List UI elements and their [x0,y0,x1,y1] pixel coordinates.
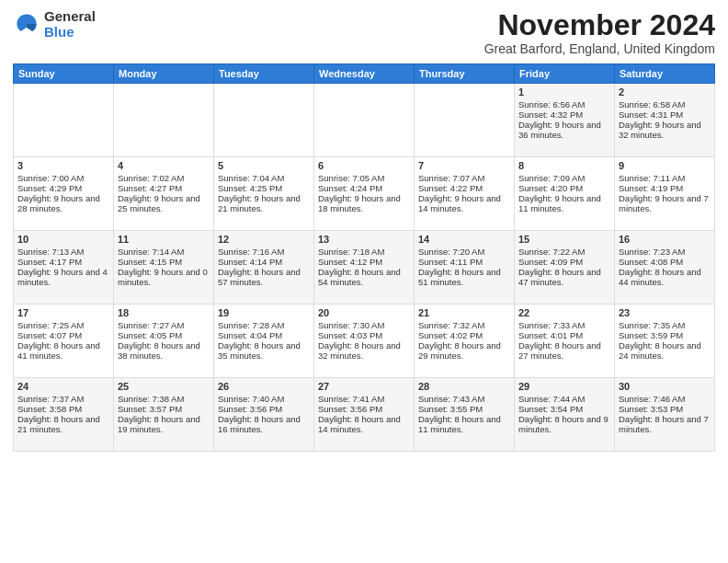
calendar-cell [214,84,314,157]
calendar-cell: 29Sunrise: 7:44 AMSunset: 3:54 PMDayligh… [515,378,615,452]
calendar-cell: 15Sunrise: 7:22 AMSunset: 4:09 PMDayligh… [515,231,615,304]
sunrise-text: Sunrise: 7:22 AM [518,247,585,257]
sunrise-text: Sunrise: 7:13 AM [17,247,84,257]
sunset-text: Sunset: 3:53 PM [619,404,683,414]
calendar-week-3: 17Sunrise: 7:25 AMSunset: 4:07 PMDayligh… [14,304,715,378]
sunset-text: Sunset: 4:27 PM [118,183,182,193]
sunrise-text: Sunrise: 7:32 AM [418,320,484,330]
daylight-text: Daylight: 9 hours and 21 minutes. [218,193,301,213]
daylight-text: Daylight: 8 hours and 32 minutes. [318,340,401,361]
header-thursday: Thursday [415,64,515,84]
sunrise-text: Sunrise: 7:18 AM [318,247,384,257]
day-number: 21 [418,307,510,318]
daylight-text: Daylight: 9 hours and 7 minutes. [619,193,709,213]
daylight-text: Daylight: 8 hours and 11 minutes. [418,414,501,434]
sunrise-text: Sunrise: 7:00 AM [17,173,84,183]
day-number: 23 [619,307,711,318]
sunset-text: Sunset: 4:19 PM [619,183,683,193]
daylight-text: Daylight: 8 hours and 54 minutes. [318,267,401,287]
day-number: 26 [218,381,310,392]
daylight-text: Daylight: 8 hours and 9 minutes. [518,414,609,434]
calendar-cell: 21Sunrise: 7:32 AMSunset: 4:02 PMDayligh… [415,304,515,378]
day-number: 12 [218,234,310,245]
calendar-cell: 1Sunrise: 6:56 AMSunset: 4:32 PMDaylight… [515,84,615,157]
header-sunday: Sunday [14,64,114,84]
calendar-cell: 18Sunrise: 7:27 AMSunset: 4:05 PMDayligh… [114,304,214,378]
calendar-cell: 13Sunrise: 7:18 AMSunset: 4:12 PMDayligh… [314,231,415,304]
sunrise-text: Sunrise: 7:38 AM [118,394,184,404]
sunrise-text: Sunrise: 7:09 AM [518,173,585,183]
calendar-cell: 30Sunrise: 7:46 AMSunset: 3:53 PMDayligh… [615,378,715,452]
daylight-text: Daylight: 8 hours and 51 minutes. [418,267,501,287]
daylight-text: Daylight: 9 hours and 0 minutes. [118,267,208,287]
sunrise-text: Sunrise: 7:20 AM [418,247,484,257]
sunset-text: Sunset: 3:55 PM [418,404,483,414]
sunset-text: Sunset: 3:54 PM [518,404,583,414]
day-number: 29 [518,381,610,392]
sunset-text: Sunset: 4:01 PM [518,330,583,340]
day-number: 6 [318,160,410,171]
header-wednesday: Wednesday [314,64,415,84]
calendar-cell: 6Sunrise: 7:05 AMSunset: 4:24 PMDaylight… [314,157,415,231]
daylight-text: Daylight: 8 hours and 35 minutes. [218,340,301,361]
calendar-cell: 12Sunrise: 7:16 AMSunset: 4:14 PMDayligh… [214,231,314,304]
title-block: November 2024 Great Barford, England, Un… [484,9,715,56]
sunset-text: Sunset: 3:56 PM [218,404,282,414]
calendar-cell: 11Sunrise: 7:14 AMSunset: 4:15 PMDayligh… [114,231,214,304]
sunrise-text: Sunrise: 7:25 AM [17,320,84,330]
daylight-text: Daylight: 9 hours and 14 minutes. [418,193,501,213]
calendar-cell: 26Sunrise: 7:40 AMSunset: 3:56 PMDayligh… [214,378,314,452]
sunset-text: Sunset: 4:08 PM [619,257,683,267]
logo-blue-text: Blue [44,25,96,40]
calendar-cell: 28Sunrise: 7:43 AMSunset: 3:55 PMDayligh… [415,378,515,452]
day-number: 19 [218,307,310,318]
sunrise-text: Sunrise: 7:33 AM [518,320,585,330]
calendar-cell: 7Sunrise: 7:07 AMSunset: 4:22 PMDaylight… [415,157,515,231]
daylight-text: Daylight: 9 hours and 28 minutes. [17,193,100,213]
sunrise-text: Sunrise: 7:04 AM [218,173,284,183]
day-number: 5 [218,160,310,171]
sunset-text: Sunset: 4:31 PM [619,109,683,120]
sunrise-text: Sunrise: 7:43 AM [418,394,484,404]
calendar-cell [14,84,114,157]
day-number: 18 [118,307,210,318]
day-number: 25 [118,381,210,392]
calendar-cell: 19Sunrise: 7:28 AMSunset: 4:04 PMDayligh… [214,304,314,378]
sunset-text: Sunset: 4:17 PM [17,257,82,267]
calendar-cell [415,84,515,157]
calendar-cell: 14Sunrise: 7:20 AMSunset: 4:11 PMDayligh… [415,231,515,304]
calendar-cell [314,84,415,157]
calendar-cell: 25Sunrise: 7:38 AMSunset: 3:57 PMDayligh… [114,378,214,452]
day-number: 9 [619,160,711,171]
sunrise-text: Sunrise: 7:07 AM [418,173,484,183]
calendar-cell: 5Sunrise: 7:04 AMSunset: 4:25 PMDaylight… [214,157,314,231]
day-number: 27 [318,381,410,392]
sunset-text: Sunset: 4:09 PM [518,257,583,267]
sunset-text: Sunset: 3:58 PM [17,404,82,414]
sunset-text: Sunset: 4:22 PM [418,183,483,193]
header-tuesday: Tuesday [214,64,314,84]
day-number: 17 [17,307,109,318]
day-number: 4 [118,160,210,171]
calendar-table: Sunday Monday Tuesday Wednesday Thursday… [13,63,715,452]
sunrise-text: Sunrise: 7:02 AM [118,173,184,183]
sunset-text: Sunset: 4:04 PM [218,330,282,340]
day-number: 14 [418,234,510,245]
calendar-cell: 10Sunrise: 7:13 AMSunset: 4:17 PMDayligh… [14,231,114,304]
daylight-text: Daylight: 8 hours and 27 minutes. [518,340,601,361]
daylight-text: Daylight: 8 hours and 24 minutes. [619,340,701,361]
sunset-text: Sunset: 4:15 PM [118,257,182,267]
calendar-cell: 8Sunrise: 7:09 AMSunset: 4:20 PMDaylight… [515,157,615,231]
logo-icon [13,11,40,39]
day-number: 24 [17,381,109,392]
sunrise-text: Sunrise: 7:16 AM [218,247,284,257]
calendar-week-4: 24Sunrise: 7:37 AMSunset: 3:58 PMDayligh… [14,378,715,452]
daylight-text: Daylight: 8 hours and 38 minutes. [118,340,200,361]
daylight-text: Daylight: 8 hours and 14 minutes. [318,414,401,434]
sunrise-text: Sunrise: 6:58 AM [619,99,685,109]
sunset-text: Sunset: 4:14 PM [218,257,282,267]
sunrise-text: Sunrise: 7:41 AM [318,394,384,404]
daylight-text: Daylight: 9 hours and 32 minutes. [619,120,701,140]
sunrise-text: Sunrise: 7:05 AM [318,173,384,183]
sunrise-text: Sunrise: 7:40 AM [218,394,284,404]
